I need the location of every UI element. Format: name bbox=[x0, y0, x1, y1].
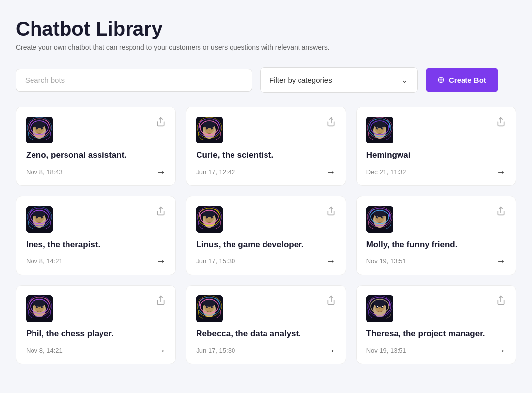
svg-point-34 bbox=[382, 128, 383, 129]
create-bot-button[interactable]: ⊕ Create Bot bbox=[426, 68, 498, 92]
card-bottom-row: Jun 17, 15:30 → bbox=[196, 255, 335, 267]
svg-point-70 bbox=[382, 217, 383, 218]
bot-name: Curie, the scientist. bbox=[196, 150, 335, 160]
bot-date: Nov 8, 18:43 bbox=[26, 168, 63, 176]
bot-name: Phil, the chess player. bbox=[26, 329, 166, 339]
share-icon[interactable] bbox=[156, 295, 166, 307]
bot-name: Theresa, the project manager. bbox=[366, 329, 506, 339]
bot-card: Zeno, personal assistant. Nov 8, 18:43 → bbox=[16, 107, 176, 186]
card-bottom-row: Jun 17, 12:42 → bbox=[196, 166, 335, 178]
navigate-bot-button[interactable]: → bbox=[156, 255, 166, 267]
share-icon[interactable] bbox=[326, 117, 336, 128]
bot-date: Nov 19, 13:51 bbox=[366, 257, 406, 265]
share-icon[interactable] bbox=[156, 206, 166, 217]
navigate-bot-button[interactable]: → bbox=[326, 166, 336, 178]
card-bottom-row: Nov 8, 14:21 → bbox=[26, 255, 166, 267]
card-top-row bbox=[26, 295, 166, 322]
toolbar: Filter by categories ⌄ ⊕ Create Bot bbox=[16, 67, 516, 93]
share-icon[interactable] bbox=[326, 295, 336, 307]
card-top-row bbox=[26, 117, 166, 143]
plus-icon: ⊕ bbox=[437, 74, 445, 85]
svg-point-55 bbox=[206, 216, 208, 219]
svg-point-43 bbox=[36, 216, 38, 219]
search-input[interactable] bbox=[16, 69, 252, 92]
bot-date: Jun 17, 15:30 bbox=[196, 347, 235, 354]
bot-date: Dec 21, 11:32 bbox=[366, 168, 406, 176]
bot-card: Hemingwai Dec 21, 11:32 → bbox=[356, 107, 516, 186]
bots-grid: Zeno, personal assistant. Nov 8, 18:43 → bbox=[16, 107, 516, 364]
bot-name: Linus, the game developer. bbox=[196, 240, 335, 250]
avatar bbox=[26, 206, 53, 233]
bot-name: Rebecca, the data analyst. bbox=[196, 329, 335, 339]
bot-card: Phil, the chess player. Nov 8, 14:21 → bbox=[16, 285, 176, 364]
chevron-down-icon: ⌄ bbox=[401, 74, 408, 85]
card-top-row bbox=[366, 295, 506, 322]
avatar bbox=[366, 117, 393, 143]
card-bottom-row: Jun 17, 15:30 → bbox=[196, 345, 335, 356]
card-top-row bbox=[196, 206, 335, 233]
bot-name: Zeno, personal assistant. bbox=[26, 150, 166, 160]
navigate-bot-button[interactable]: → bbox=[326, 255, 336, 267]
svg-point-106 bbox=[382, 306, 383, 307]
navigate-bot-button[interactable]: → bbox=[496, 166, 506, 178]
filter-label: Filter by categories bbox=[269, 76, 332, 84]
card-bottom-row: Nov 19, 13:51 → bbox=[366, 345, 506, 356]
bot-card: Theresa, the project manager. Nov 19, 13… bbox=[356, 285, 516, 364]
svg-point-94 bbox=[212, 306, 212, 307]
svg-point-56 bbox=[211, 216, 213, 219]
navigate-bot-button[interactable]: → bbox=[496, 345, 506, 356]
svg-point-79 bbox=[36, 306, 38, 308]
card-bottom-row: Nov 19, 13:51 → bbox=[366, 255, 506, 267]
card-top-row bbox=[196, 117, 335, 143]
svg-point-103 bbox=[376, 306, 378, 308]
avatar bbox=[196, 295, 223, 322]
svg-point-93 bbox=[207, 306, 207, 307]
share-icon[interactable] bbox=[496, 295, 506, 307]
card-top-row bbox=[196, 295, 335, 322]
card-bottom-row: Dec 21, 11:32 → bbox=[366, 166, 506, 178]
filter-dropdown[interactable]: Filter by categories ⌄ bbox=[260, 67, 418, 93]
svg-point-80 bbox=[41, 306, 43, 308]
svg-point-8 bbox=[41, 127, 43, 130]
card-top-row bbox=[26, 206, 166, 233]
share-icon[interactable] bbox=[496, 117, 506, 128]
card-bottom-row: Nov 8, 14:21 → bbox=[26, 345, 166, 356]
search-input-wrapper bbox=[16, 69, 252, 92]
svg-point-22 bbox=[212, 128, 212, 129]
bot-card: Curie, the scientist. Jun 17, 12:42 → bbox=[186, 107, 346, 186]
share-icon[interactable] bbox=[496, 206, 506, 217]
card-top-row bbox=[366, 117, 506, 143]
bot-date: Jun 17, 12:42 bbox=[196, 168, 235, 176]
svg-point-68 bbox=[381, 216, 383, 219]
svg-point-67 bbox=[376, 216, 378, 219]
avatar bbox=[26, 295, 53, 322]
navigate-bot-button[interactable]: → bbox=[156, 166, 166, 178]
svg-point-19 bbox=[206, 127, 208, 130]
svg-point-58 bbox=[212, 217, 212, 218]
share-icon[interactable] bbox=[156, 117, 166, 128]
navigate-bot-button[interactable]: → bbox=[496, 255, 506, 267]
page-title: Chatbot Library bbox=[16, 18, 516, 39]
avatar bbox=[196, 117, 223, 143]
svg-point-20 bbox=[211, 127, 213, 130]
svg-point-105 bbox=[377, 306, 378, 307]
share-icon[interactable] bbox=[326, 206, 336, 217]
navigate-bot-button[interactable]: → bbox=[156, 345, 166, 356]
bot-date: Jun 17, 15:30 bbox=[196, 257, 235, 265]
svg-point-21 bbox=[207, 128, 207, 129]
card-bottom-row: Nov 8, 18:43 → bbox=[26, 166, 166, 178]
bot-card: Rebecca, the data analyst. Jun 17, 15:30… bbox=[186, 285, 346, 364]
svg-point-31 bbox=[376, 127, 378, 130]
bot-card: Ines, the therapist. Nov 8, 14:21 → bbox=[16, 196, 176, 275]
svg-point-91 bbox=[206, 306, 208, 308]
svg-point-9 bbox=[37, 128, 37, 129]
svg-point-7 bbox=[36, 127, 38, 130]
avatar bbox=[366, 206, 393, 233]
bot-card: Linus, the game developer. Jun 17, 15:30… bbox=[186, 196, 346, 275]
svg-point-33 bbox=[377, 128, 378, 129]
card-top-row bbox=[366, 206, 506, 233]
svg-point-69 bbox=[377, 217, 378, 218]
bot-name: Ines, the therapist. bbox=[26, 240, 166, 250]
navigate-bot-button[interactable]: → bbox=[326, 345, 336, 356]
bot-date: Nov 8, 14:21 bbox=[26, 347, 63, 354]
